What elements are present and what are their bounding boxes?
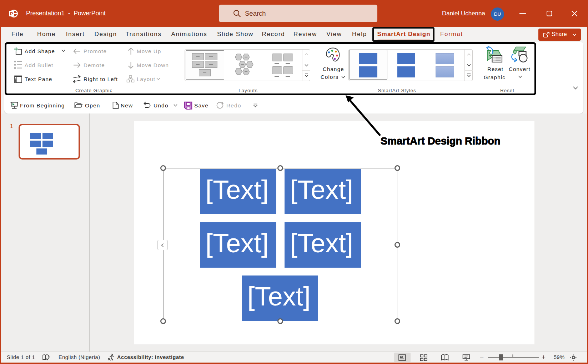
svg-text:P: P (10, 11, 13, 16)
